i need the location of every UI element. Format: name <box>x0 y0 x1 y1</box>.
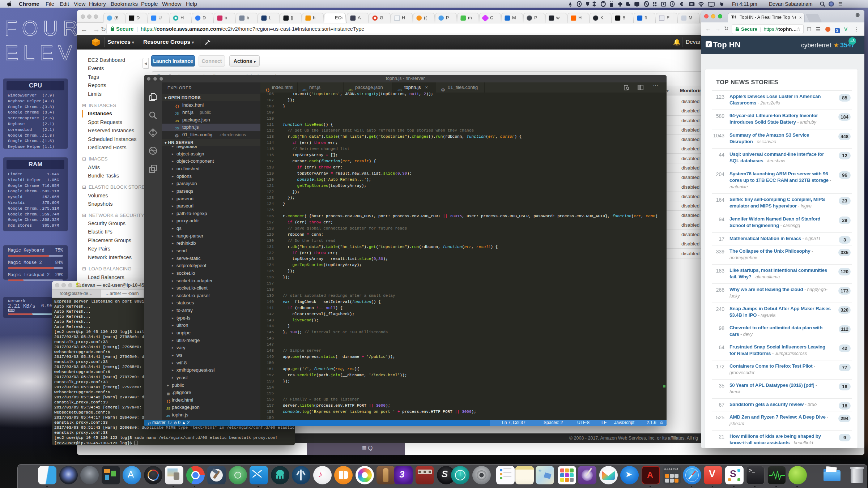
svg-text:FOUR: FOUR <box>4 16 82 40</box>
